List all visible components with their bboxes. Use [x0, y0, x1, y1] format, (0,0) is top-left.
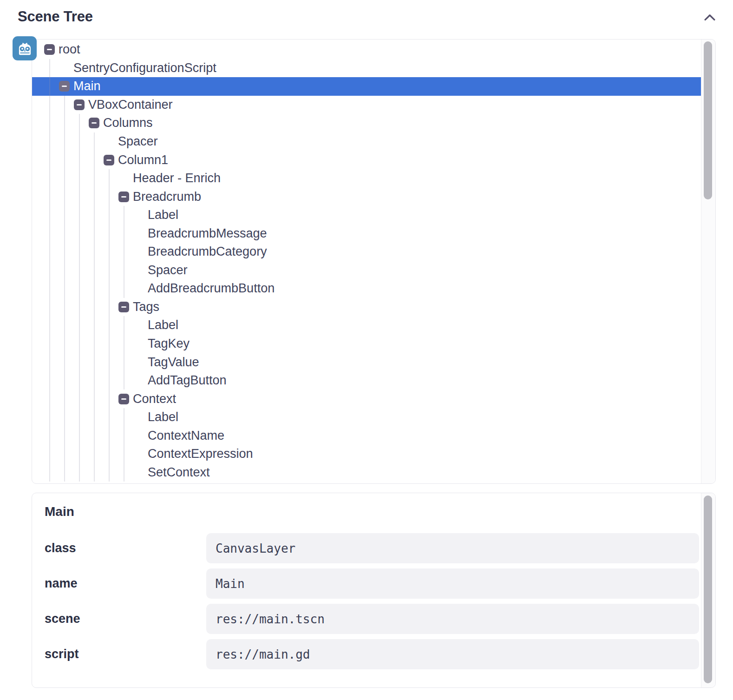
node-details-content: Main classCanvasLayernameMainsceneres://…	[32, 493, 701, 687]
tree-node[interactable]: AddBreadcrumbButton	[32, 279, 701, 298]
tree-node[interactable]: SetContext	[32, 463, 701, 482]
indent-guide	[74, 114, 89, 132]
indent-guide	[74, 279, 89, 298]
collapse-icon[interactable]	[118, 394, 129, 404]
godot-robot-glyph	[16, 40, 33, 56]
collapse-icon[interactable]	[118, 302, 129, 312]
tree-node[interactable]: Breadcrumb	[32, 187, 701, 206]
tree-node[interactable]: TagKey	[32, 335, 701, 353]
indent-guide	[74, 261, 89, 280]
field-label: name	[45, 576, 206, 591]
collapse-icon[interactable]	[104, 155, 114, 165]
tree-node[interactable]: Context	[32, 390, 701, 408]
details-field-row: classCanvasLayer	[45, 533, 699, 563]
tree-node[interactable]: Label	[32, 408, 701, 427]
indent-guide	[104, 445, 118, 463]
tree-node-label: Main	[73, 79, 101, 93]
details-field-row: nameMain	[45, 568, 699, 599]
tree-node-label: ContextName	[148, 429, 224, 443]
tree-node[interactable]: TagValue	[32, 353, 701, 371]
tree-node[interactable]: Spacer	[32, 132, 701, 151]
tree-node[interactable]: VBoxContainer	[32, 96, 701, 114]
indent-guide	[89, 206, 104, 225]
tree-node[interactable]: BreadcrumbMessage	[32, 224, 701, 243]
indent-guide	[89, 224, 104, 243]
indent-guide	[89, 261, 104, 280]
indent-guide	[104, 353, 118, 371]
tree-node[interactable]: Spacer	[32, 261, 701, 280]
indent-guide	[104, 279, 118, 298]
tree-node[interactable]: BreadcrumbCategory	[32, 243, 701, 261]
collapse-icon[interactable]	[59, 81, 70, 92]
indent-guide	[44, 96, 59, 114]
tree-node[interactable]: Main	[32, 77, 701, 96]
details-scrollbar[interactable]	[701, 493, 715, 687]
indent-guide	[44, 445, 59, 463]
indent-guide	[59, 114, 74, 132]
tree-node[interactable]: Columns	[32, 114, 701, 132]
indent-guide	[59, 169, 74, 188]
tree-node-label: BreadcrumbMessage	[148, 226, 267, 241]
indent-guide	[118, 206, 133, 225]
collapse-icon[interactable]	[44, 44, 55, 55]
indent-guide	[59, 426, 74, 445]
tree-node[interactable]: ContextName	[32, 426, 701, 445]
indent-guide	[89, 463, 104, 482]
tree-node[interactable]: Label	[32, 316, 701, 335]
indent-guide	[74, 426, 89, 445]
indent-guide	[104, 316, 118, 335]
tree-node-label: Spacer	[148, 263, 188, 277]
indent-guide	[59, 316, 74, 335]
indent-guide	[104, 187, 118, 206]
tree-node[interactable]: Column1	[32, 151, 701, 169]
indent-guide	[74, 298, 89, 317]
collapse-icon[interactable]	[118, 192, 129, 202]
indent-guide	[89, 353, 104, 371]
godot-icon	[13, 36, 37, 60]
tree-node[interactable]: root	[32, 40, 701, 59]
indent-guide	[74, 390, 89, 408]
indent-guide	[74, 463, 89, 482]
tree-node-label: Column1	[118, 153, 168, 167]
collapse-icon[interactable]	[89, 118, 99, 128]
details-scrollbar-thumb[interactable]	[704, 495, 712, 683]
tree-node-label: Header - Enrich	[133, 171, 221, 185]
tree-node-label: Label	[148, 318, 178, 332]
tree-node-label: Columns	[103, 116, 153, 130]
chevron-up-glyph	[704, 14, 715, 21]
indent-guide	[44, 187, 59, 206]
indent-guide	[104, 408, 118, 427]
indent-guide	[118, 353, 133, 371]
indent-guide	[59, 151, 74, 169]
indent-guide	[118, 224, 133, 243]
indent-guide	[44, 59, 59, 78]
tree-node[interactable]: Label	[32, 206, 701, 225]
tree-scrollbar[interactable]	[701, 40, 715, 483]
tree-scrollbar-thumb[interactable]	[704, 41, 712, 199]
indent-guide	[59, 187, 74, 206]
indent-guide	[89, 169, 104, 188]
indent-guide	[74, 371, 89, 390]
indent-guide	[44, 316, 59, 335]
tree-node-label: SetContext	[148, 465, 210, 480]
indent-guide	[118, 243, 133, 261]
indent-guide	[44, 114, 59, 132]
indent-guide	[74, 187, 89, 206]
collapse-icon[interactable]	[74, 99, 85, 110]
tree-node-label: Spacer	[118, 134, 158, 149]
tree-node[interactable]: AddTagButton	[32, 371, 701, 390]
tree-node[interactable]: Header - Enrich	[32, 169, 701, 188]
indent-guide	[89, 408, 104, 427]
tree-node[interactable]: Tags	[32, 298, 701, 317]
chevron-up-icon[interactable]	[702, 12, 717, 23]
tree-node-label: VBoxContainer	[88, 98, 173, 112]
field-value: CanvasLayer	[206, 533, 699, 563]
tree-node[interactable]: ContextExpression	[32, 445, 701, 463]
indent-guide	[44, 151, 59, 169]
field-label: class	[45, 541, 206, 555]
indent-guide	[89, 335, 104, 353]
tree-node[interactable]: SentryConfigurationScript	[32, 59, 701, 78]
details-field-row: scriptres://main.gd	[45, 639, 699, 669]
indent-guide	[118, 261, 133, 280]
tree-node-label: TagValue	[148, 355, 199, 370]
